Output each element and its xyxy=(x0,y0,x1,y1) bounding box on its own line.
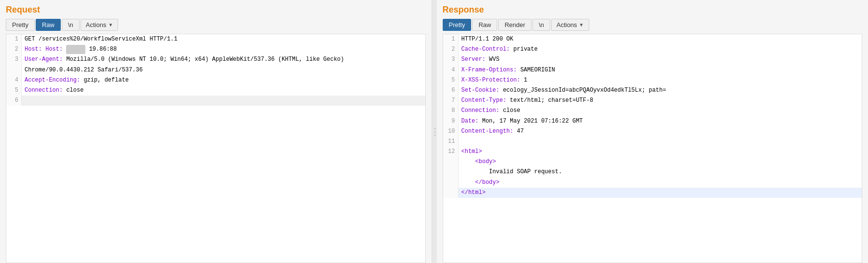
response-code-area[interactable]: 1HTTP/1.1 200 OK2Cache-Control: private3… xyxy=(443,34,863,263)
line-content: Set-Cookie: ecology_JSessionId=abcPQAOyv… xyxy=(459,85,862,96)
line-number: 5 xyxy=(6,85,22,96)
line-content: Date: Mon, 17 May 2021 07:16:22 GMT xyxy=(459,116,862,126)
line-number: 10 xyxy=(443,126,459,137)
line-number xyxy=(6,65,22,75)
line-content xyxy=(459,137,862,147)
request-code-table: 1GET /services%20/WorkflowServiceXml HTT… xyxy=(6,34,425,106)
line-content: User-Agent: Mozilla/5.0 (Windows NT 10.0… xyxy=(22,55,425,65)
request-raw-btn[interactable]: Raw xyxy=(36,19,61,31)
line-number: 2 xyxy=(443,44,459,55)
table-row: Chrome/90.0.4430.212 Safari/537.36 xyxy=(6,65,425,75)
response-raw-btn[interactable]: Raw xyxy=(472,19,497,31)
line-number: 2 xyxy=(6,44,22,55)
table-row: 11 xyxy=(443,137,862,147)
table-row: </html> xyxy=(443,188,862,198)
line-number: 3 xyxy=(6,55,22,65)
line-number: 6 xyxy=(6,96,22,106)
line-content: <html> xyxy=(459,147,862,157)
line-content: Accept-Encoding: gzip, deflate xyxy=(22,75,425,85)
request-code-area[interactable]: 1GET /services%20/WorkflowServiceXml HTT… xyxy=(6,34,426,263)
line-number: 1 xyxy=(6,34,22,44)
line-number: 11 xyxy=(443,137,459,147)
line-content: HTTP/1.1 200 OK xyxy=(459,34,862,44)
table-row: 9Date: Mon, 17 May 2021 07:16:22 GMT xyxy=(443,116,862,126)
line-number: 1 xyxy=(443,34,459,44)
line-content: Connection: close xyxy=(459,106,862,116)
table-row: 4X-Frame-Options: SAMEORIGIN xyxy=(443,65,862,75)
table-row: 1GET /services%20/WorkflowServiceXml HTT… xyxy=(6,34,425,44)
line-number xyxy=(443,157,459,167)
table-row: 1HTTP/1.1 200 OK xyxy=(443,34,862,44)
table-row: 8Connection: close xyxy=(443,106,862,116)
table-row: 7Content-Type: text/html; charset=UTF-8 xyxy=(443,96,862,106)
line-number: 12 xyxy=(443,147,459,157)
line-number xyxy=(443,178,459,188)
response-pretty-btn[interactable]: Pretty xyxy=(443,19,472,31)
panel-divider[interactable]: ⋮ xyxy=(432,0,437,263)
table-row: 2Cache-Control: private xyxy=(443,44,862,55)
table-row: 2Host: Host: ████ 19.86:88 xyxy=(6,44,425,55)
line-content: Invalid SOAP request. xyxy=(459,167,862,177)
response-code-table: 1HTTP/1.1 200 OK2Cache-Control: private3… xyxy=(443,34,862,198)
line-content: Host: Host: ████ 19.86:88 xyxy=(22,44,425,55)
response-title: Response xyxy=(443,5,863,15)
request-title: Request xyxy=(6,5,426,15)
request-actions-btn[interactable]: Actions ▼ xyxy=(81,19,119,31)
table-row: 5Connection: close xyxy=(6,85,425,96)
line-number: 4 xyxy=(443,65,459,75)
line-content: <body> xyxy=(459,157,862,167)
line-number: 3 xyxy=(443,55,459,65)
line-content xyxy=(22,96,425,106)
line-content: </body> xyxy=(459,178,862,188)
table-row: 5X-XSS-Protection: 1 xyxy=(443,75,862,85)
response-newline-btn[interactable]: \n xyxy=(532,19,550,31)
table-row: 12<html> xyxy=(443,147,862,157)
line-number: 7 xyxy=(443,96,459,106)
table-row: 10Content-Length: 47 xyxy=(443,126,862,137)
line-content: Content-Length: 47 xyxy=(459,126,862,137)
line-content: Cache-Control: private xyxy=(459,44,862,55)
request-toolbar: Pretty Raw \n Actions ▼ xyxy=(6,19,426,31)
request-panel: Request Pretty Raw \n Actions ▼ 1GET /se… xyxy=(0,0,432,263)
response-render-btn[interactable]: Render xyxy=(498,19,531,31)
chevron-down-icon-response: ▼ xyxy=(579,22,584,28)
line-content: X-Frame-Options: SAMEORIGIN xyxy=(459,65,862,75)
line-number xyxy=(443,167,459,177)
table-row: 3Server: WVS xyxy=(443,55,862,65)
table-row: 6 xyxy=(6,96,425,106)
table-row: 3User-Agent: Mozilla/5.0 (Windows NT 10.… xyxy=(6,55,425,65)
line-number: 6 xyxy=(443,85,459,96)
request-pretty-btn[interactable]: Pretty xyxy=(6,19,35,31)
line-content: Content-Type: text/html; charset=UTF-8 xyxy=(459,96,862,106)
line-content: </html> xyxy=(459,188,862,198)
line-number xyxy=(443,188,459,198)
table-row: 4Accept-Encoding: gzip, deflate xyxy=(6,75,425,85)
line-content: Server: WVS xyxy=(459,55,862,65)
response-actions-btn[interactable]: Actions ▼ xyxy=(551,19,589,31)
table-row: <body> xyxy=(443,157,862,167)
request-newline-btn[interactable]: \n xyxy=(62,19,80,31)
table-row: Invalid SOAP request. xyxy=(443,167,862,177)
line-content: Connection: close xyxy=(22,85,425,96)
line-number: 4 xyxy=(6,75,22,85)
line-content: GET /services%20/WorkflowServiceXml HTTP… xyxy=(22,34,425,44)
table-row: 6Set-Cookie: ecology_JSessionId=abcPQAOy… xyxy=(443,85,862,96)
response-toolbar: Pretty Raw Render \n Actions ▼ xyxy=(443,19,863,31)
table-row: </body> xyxy=(443,178,862,188)
chevron-down-icon: ▼ xyxy=(108,22,113,28)
response-panel: Response Pretty Raw Render \n Actions ▼ … xyxy=(437,0,868,263)
line-number: 9 xyxy=(443,116,459,126)
line-number: 8 xyxy=(443,106,459,116)
line-content: Chrome/90.0.4430.212 Safari/537.36 xyxy=(22,65,425,75)
line-number: 5 xyxy=(443,75,459,85)
line-content: X-XSS-Protection: 1 xyxy=(459,75,862,85)
